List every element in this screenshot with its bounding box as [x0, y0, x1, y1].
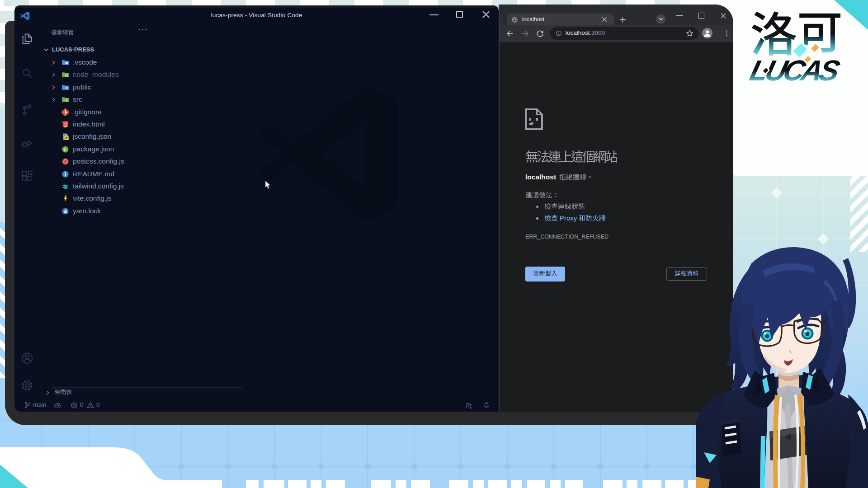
svg-text:js: js [63, 147, 66, 151]
svg-text:JS: JS [65, 137, 69, 140]
